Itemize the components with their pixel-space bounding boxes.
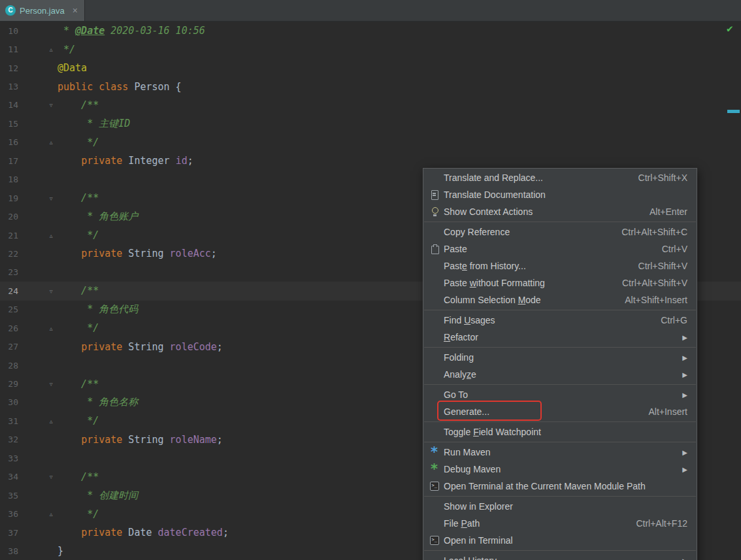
fold-start-icon[interactable]: ▿ [18, 193, 55, 203]
menu-item-show-context-actions[interactable]: Show Context ActionsAlt+Enter [423, 203, 697, 220]
tab-person-java[interactable]: C Person.java × [0, 0, 85, 21]
menu-icon-spacer [429, 172, 440, 184]
menu-item-shortcut: Alt+Insert [648, 406, 687, 417]
code-line-10[interactable]: 10 * @Date 2020-03-16 10:56 [0, 22, 741, 40]
line-number: 19 [0, 193, 18, 203]
fold-end-icon[interactable]: ▵ [18, 231, 55, 240]
fold-end-icon[interactable]: ▵ [18, 323, 55, 333]
menu-item-folding[interactable]: Folding▶ [423, 349, 697, 366]
line-number: 23 [0, 267, 18, 277]
line-number: 25 [0, 305, 18, 314]
menu-item-paste-from-history[interactable]: Paste from History...Ctrl+Shift+V [423, 257, 697, 274]
menu-separator [424, 310, 696, 310]
line-number: 13 [0, 82, 18, 91]
line-number: 31 [0, 416, 18, 426]
menu-separator [424, 347, 696, 348]
menu-item-shortcut: Ctrl+Shift+V [638, 261, 687, 271]
line-number: 15 [0, 119, 18, 129]
menu-item-file-path[interactable]: File PathCtrl+Alt+F12 [423, 515, 697, 532]
submenu-arrow-icon: ▶ [682, 557, 687, 560]
code-line-16[interactable]: 16▵ */ [0, 133, 741, 152]
line-number: 17 [0, 156, 18, 166]
fold-end-icon[interactable]: ▵ [18, 137, 55, 147]
tab-close-icon[interactable]: × [73, 5, 78, 16]
menu-item-label: Analyze [444, 369, 476, 380]
menu-item-label: Generate... [444, 406, 489, 417]
fold-start-icon[interactable]: ▿ [18, 472, 55, 482]
scrollbar-stripe-mark[interactable] [727, 110, 740, 113]
menu-item-refactor[interactable]: Refactor▶ [423, 329, 697, 346]
maven-debug-icon [429, 463, 440, 475]
menu-item-label: Go To [444, 389, 468, 400]
fold-end-icon[interactable]: ▵ [18, 44, 55, 54]
code-text: * @Date 2020-03-16 10:56 [55, 25, 741, 37]
line-number: 29 [0, 379, 18, 389]
fold-end-icon[interactable]: ▵ [18, 509, 55, 519]
code-line-14[interactable]: 14▿ /** [0, 96, 741, 114]
line-number: 26 [0, 323, 18, 333]
submenu-arrow-icon: ▶ [682, 371, 687, 378]
menu-item-open-in-terminal[interactable]: Open in Terminal [423, 532, 697, 549]
menu-icon-spacer [429, 314, 440, 326]
menu-item-shortcut: Ctrl+G [661, 315, 687, 325]
menu-separator [424, 384, 696, 385]
menu-item-open-terminal-at-the-current-maven-module-path[interactable]: Open Terminal at the Current Maven Modul… [423, 478, 697, 495]
terminal-icon [429, 480, 440, 492]
menu-icon-spacer [429, 260, 440, 272]
menu-item-copy-reference[interactable]: Copy ReferenceCtrl+Alt+Shift+C [423, 223, 697, 240]
line-number: 32 [0, 435, 18, 444]
fold-start-icon[interactable]: ▿ [18, 379, 55, 389]
menu-icon-spacer [429, 277, 440, 289]
line-number: 16 [0, 137, 18, 147]
line-number: 14 [0, 100, 18, 110]
menu-item-toggle-field-watchpoint[interactable]: Toggle Field Watchpoint [423, 423, 697, 440]
menu-item-paste[interactable]: PasteCtrl+V [423, 240, 697, 257]
line-number: 21 [0, 231, 18, 240]
menu-item-label: Refactor [444, 332, 478, 342]
menu-separator [424, 550, 696, 551]
menu-separator [424, 442, 696, 442]
menu-item-shortcut: Ctrl+Alt+Shift+C [621, 227, 687, 237]
code-line-13[interactable]: 13public class Person { [0, 77, 741, 95]
menu-icon-spacer [429, 426, 440, 438]
code-line-15[interactable]: 15 * 主键ID [0, 114, 741, 133]
menu-item-analyze[interactable]: Analyze▶ [423, 366, 697, 383]
menu-item-local-history[interactable]: Local History▶ [423, 552, 697, 560]
editor-tab-bar: C Person.java × [0, 0, 741, 22]
menu-item-go-to[interactable]: Go To▶ [423, 386, 697, 403]
line-number: 27 [0, 342, 18, 352]
submenu-arrow-icon: ▶ [682, 466, 687, 473]
fold-start-icon[interactable]: ▿ [18, 286, 55, 296]
fold-end-icon[interactable]: ▵ [18, 416, 55, 426]
menu-item-generate[interactable]: Generate...Alt+Insert [423, 403, 697, 420]
paste-icon [429, 243, 440, 255]
menu-item-translate-documentation[interactable]: Translate Documentation [423, 186, 697, 203]
lightbulb-icon [429, 206, 440, 218]
line-number: 11 [0, 44, 18, 54]
menu-icon-spacer [429, 389, 440, 401]
menu-icon-spacer [429, 352, 440, 363]
menu-item-label: Show Context Actions [444, 206, 533, 217]
menu-separator [424, 222, 696, 222]
menu-icon-spacer [429, 369, 440, 380]
code-line-12[interactable]: 12@Data [0, 59, 741, 77]
menu-item-column-selection-mode[interactable]: Column Selection ModeAlt+Shift+Insert [423, 291, 697, 308]
fold-start-icon[interactable]: ▿ [18, 100, 55, 110]
menu-item-find-usages[interactable]: Find UsagesCtrl+G [423, 312, 697, 329]
menu-item-label: Show in Explorer [444, 501, 513, 512]
submenu-arrow-icon: ▶ [682, 354, 687, 361]
menu-item-show-in-explorer[interactable]: Show in Explorer [423, 498, 697, 515]
context-menu: Translate and Replace...Ctrl+Shift+XTran… [423, 168, 697, 560]
line-number: 24 [0, 286, 18, 296]
menu-item-paste-without-formatting[interactable]: Paste without FormattingCtrl+Alt+Shift+V [423, 274, 697, 291]
inspections-ok-check-icon[interactable]: ✔ [727, 22, 733, 35]
menu-icon-spacer [429, 294, 440, 306]
menu-item-label: Toggle Field Watchpoint [444, 427, 541, 437]
menu-item-debug-maven[interactable]: Debug Maven▶ [423, 461, 697, 478]
menu-item-run-maven[interactable]: Run Maven▶ [423, 444, 697, 461]
line-number: 37 [0, 528, 18, 538]
menu-item-shortcut: Alt+Enter [650, 206, 687, 217]
code-line-11[interactable]: 11▵ */ [0, 40, 741, 58]
menu-item-translate-and-replace[interactable]: Translate and Replace...Ctrl+Shift+X [423, 169, 697, 186]
menu-item-shortcut: Ctrl+Alt+Shift+V [622, 278, 687, 288]
